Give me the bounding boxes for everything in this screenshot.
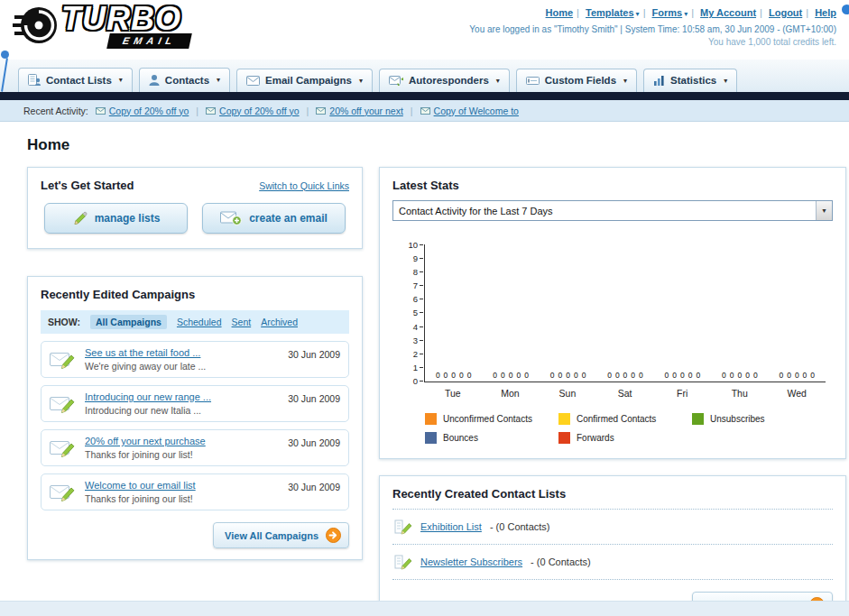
top-link-logout[interactable]: Logout [769,7,802,18]
view-all-campaigns-button[interactable]: View All Campaigns [213,522,349,548]
filter-scheduled[interactable]: Scheduled [177,317,222,327]
separator: | [691,7,694,18]
contact-list-row: Newsletter Subscribers - (0 Contacts) [392,545,833,580]
contacts-icon [149,74,160,86]
main-content: Home Let's Get Started Switch to Quick L… [0,122,849,616]
separator: | [196,106,198,116]
y-axis-labels: 109876543210 [398,244,424,382]
recent-activity-link[interactable]: 20% off your next [329,106,403,116]
top-link-forms[interactable]: Forms▾ [652,7,688,18]
legend-swatch [692,413,704,425]
chevron-down-icon: ▾ [724,77,727,85]
legend-item: Bounces [425,432,558,444]
tab-label: Contact Lists [46,75,112,86]
separator: | [760,7,762,18]
tab-custom-fields[interactable]: Custom Fields▾ [516,69,637,92]
manage-lists-button[interactable]: manage lists [44,203,188,234]
filter-archived[interactable]: Archived [261,317,298,327]
chevron-down-icon: ▾ [636,10,640,18]
tab-autoresponders[interactable]: Autoresponders▾ [379,69,510,92]
logo-block: TURBO EMAIL [61,4,181,34]
filter-sent[interactable]: Sent [232,317,252,327]
logo-title: TURBO [61,4,181,34]
chevron-down-icon: ▾ [623,77,627,85]
campaign-subtitle: Thanks for joining our list! [85,449,280,460]
separator: | [577,7,579,18]
recent-activity-item: Copy of 20% off yo [206,106,300,116]
chevron-down-icon: ▼ [816,201,832,220]
envelope-icon [206,107,216,115]
tab-email-campaigns[interactable]: Email Campaigns▾ [236,69,373,92]
top-header: TURBO EMAIL Home| Templates▾| Forms▾| My… [0,0,849,60]
tab-label: Contacts [165,75,209,86]
list-edit-icon [394,518,412,536]
x-tick-label: Mon [482,388,540,399]
bar-value: 0 [810,371,815,380]
legend-label: Unsubscribes [710,414,765,424]
top-link-label: Templates [586,7,634,18]
footer-strip [0,601,849,616]
turbo-gauge-icon [13,5,58,45]
top-link-my-account[interactable]: My Account [700,7,756,18]
bar-value: 0 [665,371,669,380]
bar-value: 0 [517,371,521,380]
campaign-row: Introducing our new range ... Introducin… [41,385,349,422]
legend-item: Unconfirmed Contacts [425,413,558,425]
campaign-link[interactable]: Introducing our new range ... [85,391,211,402]
arrow-right-icon [326,528,341,543]
recent-activity-link[interactable]: Copy of 20% off yo [219,106,300,116]
top-link-templates[interactable]: Templates▾ [586,7,640,18]
login-info: You are logged in as "Timothy Smith" | S… [469,24,836,34]
campaign-link[interactable]: 20% off your next purchase [85,436,206,446]
campaign-edit-icon [50,482,77,502]
campaign-link[interactable]: Welcome to our email list [85,480,196,491]
recent-contact-lists-panel: Recently Created Contact Lists Exhibitio… [379,475,846,616]
campaign-row: Welcome to our email list Thanks for joi… [41,473,349,510]
recent-activity-label: Recent Activity: [23,106,88,116]
tab-contact-lists[interactable]: Contact Lists▾ [18,68,133,92]
chart-plot-area: 00000000000000000000000000000000000 [424,244,826,382]
switch-quick-links-link[interactable]: Switch to Quick Links [259,180,349,191]
bar-value: 0 [688,371,693,380]
nav-divider-bar [0,92,849,100]
bar-value: 0 [509,371,513,380]
legend-swatch [558,413,570,425]
envelope-plus-icon [220,211,242,225]
recent-activity-link[interactable]: Copy of 20% off yo [109,106,189,116]
tab-statistics[interactable]: Statistics▾ [643,69,737,92]
bar-groups: 00000000000000000000000000000000000 [425,371,826,380]
stats-dropdown-value: Contact Activity for the Last 7 Days [399,206,553,216]
bar-value: 0 [639,371,643,380]
x-tick-label: Sun [539,388,596,399]
stats-period-dropdown[interactable]: Contact Activity for the Last 7 Days ▼ [392,200,833,221]
legend-swatch [425,413,437,425]
campaign-edit-icon [50,349,77,370]
bar-value: 0 [550,371,555,380]
bar-value: 0 [737,371,742,380]
campaign-link[interactable]: See us at the retail food ... [85,347,200,358]
campaign-row: See us at the retail food ... We're givi… [41,341,349,378]
view-all-campaigns-label: View All Campaigns [225,530,318,541]
recent-activity-link[interactable]: Copy of Welcome to [434,106,519,116]
contact-list-count: - (0 Contacts) [531,556,591,567]
legend-item: Confirmed Contacts [558,413,692,425]
latest-stats-title: Latest Stats [392,179,833,192]
app-logo: TURBO EMAIL [9,4,181,60]
top-link-help[interactable]: Help [815,7,836,18]
bar-value: 0 [582,371,586,380]
decor-blue-pin [1,51,9,59]
campaign-date: 30 Jun 2009 [288,349,340,360]
campaigns-title: Recently Edited Campaigns [41,288,349,301]
contact-list-link[interactable]: Exhibition List [420,521,482,532]
campaign-edit-icon [50,393,77,414]
filter-all-campaigns[interactable]: All Campaigns [90,315,167,329]
top-link-home[interactable]: Home [546,7,574,18]
contact-list-count: - (0 Contacts) [490,521,550,532]
contact-list-link[interactable]: Newsletter Subscribers [420,556,522,567]
bar-value: 0 [722,371,726,380]
tab-contacts[interactable]: Contacts▾ [139,68,230,92]
recent-activity-item: 20% off your next [316,106,403,116]
create-email-button[interactable]: create an email [202,203,346,234]
latest-stats-panel: Latest Stats Contact Activity for the La… [379,167,846,459]
legend-item: Forwards [558,432,692,444]
